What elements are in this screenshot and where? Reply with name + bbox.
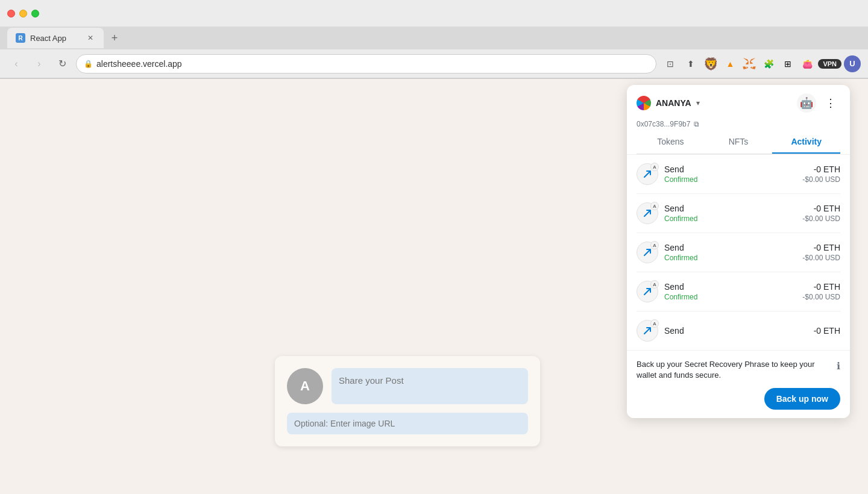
send-icon-1: A [637, 163, 658, 185]
chevron-down-icon: ▾ [696, 99, 700, 107]
mm-backup-banner: Back up your Secret Recovery Phrase to k… [627, 350, 850, 418]
tab-nfts[interactable]: NFTs [705, 131, 773, 154]
send-icon-3: A [637, 242, 658, 263]
mm-more-options-button[interactable]: ⋮ [821, 93, 840, 113]
active-tab[interactable]: R React App ✕ [7, 28, 104, 48]
browser-user-avatar[interactable]: U [844, 55, 861, 72]
activity-eth-5: -0 ETH [814, 326, 840, 336]
image-url-input[interactable] [287, 413, 528, 434]
mm-robot-icon-button[interactable]: 🤖 [797, 93, 816, 113]
send-badge-1: A [650, 163, 659, 171]
send-icon-5: A [637, 320, 658, 342]
mm-header-top: ANANYA ▾ 🤖 ⋮ [637, 93, 840, 113]
title-bar [0, 0, 868, 27]
post-card-top: A [287, 368, 528, 404]
info-icon[interactable]: ℹ [837, 360, 840, 372]
sidebar-toggle-icon[interactable]: ⊞ [779, 55, 796, 72]
maximize-window-button[interactable] [31, 10, 39, 17]
tab-favicon-letter: R [18, 35, 22, 42]
send-badge-2: A [650, 202, 659, 210]
back-button[interactable]: ‹ [7, 55, 25, 73]
activity-usd-1: -$0.00 USD [802, 175, 840, 184]
activity-usd-3: -$0.00 USD [802, 254, 840, 262]
activity-info-1: Send Confirmed [664, 164, 802, 184]
share-button[interactable]: ⬆ [682, 55, 700, 73]
activity-info-2: Send Confirmed [664, 204, 802, 223]
puzzle-ext-icon[interactable]: 🧩 [760, 55, 777, 72]
screen-mirror-button[interactable]: ⊡ [661, 55, 679, 73]
activity-item-5[interactable]: A Send -0 ETH [637, 311, 840, 350]
activity-title-2: Send [664, 204, 802, 213]
vpn-badge[interactable]: VPN [818, 59, 841, 69]
account-identicon [637, 96, 651, 110]
reload-button[interactable]: ↻ [53, 55, 71, 73]
send-icon-2: A [637, 202, 658, 224]
url-text: alertsheeee.vercel.app [96, 59, 182, 69]
activity-amount-1: -0 ETH -$0.00 USD [802, 164, 840, 184]
activity-title-3: Send [664, 243, 802, 252]
activity-item-1[interactable]: A Send Confirmed -0 ETH -$0.00 USD [637, 155, 840, 194]
mm-activity-list: A Send Confirmed -0 ETH -$0.00 USD A [627, 155, 850, 350]
nav-bar: ‹ › ↻ 🔒 alertsheeee.vercel.app ⊡ ⬆ 🦁 ▲ 🧩… [0, 49, 868, 78]
activity-status-1: Confirmed [664, 175, 802, 184]
mm-account-selector[interactable]: ANANYA ▾ [637, 96, 700, 110]
activity-eth-4: -0 ETH [802, 282, 840, 292]
activity-usd-2: -$0.00 USD [802, 214, 840, 223]
send-badge-3: A [650, 241, 659, 249]
activity-status-3: Confirmed [664, 254, 802, 262]
address-bar[interactable]: 🔒 alertsheeee.vercel.app [76, 54, 656, 73]
activity-eth-3: -0 ETH [802, 243, 840, 252]
activity-amount-3: -0 ETH -$0.00 USD [802, 243, 840, 262]
traffic-lights [7, 10, 39, 17]
activity-title-1: Send [664, 164, 802, 174]
activity-status-2: Confirmed [664, 214, 802, 223]
activity-usd-4: -$0.00 USD [802, 293, 840, 301]
activity-info-4: Send Confirmed [664, 282, 802, 301]
activity-item-2[interactable]: A Send Confirmed -0 ETH -$0.00 USD [637, 194, 840, 233]
lock-icon: 🔒 [84, 60, 93, 68]
account-name: ANANYA [656, 98, 691, 108]
activity-title-4: Send [664, 282, 802, 292]
tab-title: React App [30, 34, 66, 43]
activity-status-4: Confirmed [664, 293, 802, 301]
brave-rewards-icon[interactable]: ▲ [722, 55, 738, 72]
send-badge-5: A [650, 319, 659, 328]
copy-address-button[interactable]: ⧉ [694, 120, 699, 128]
mm-header-actions: 🤖 ⋮ [797, 93, 840, 113]
share-post-input[interactable] [332, 368, 528, 404]
user-avatar: A [287, 368, 323, 404]
minimize-window-button[interactable] [19, 10, 27, 17]
activity-amount-2: -0 ETH -$0.00 USD [802, 204, 840, 223]
tab-close-button[interactable]: ✕ [86, 33, 95, 43]
backup-text: Back up your Secret Recovery Phrase to k… [637, 359, 832, 381]
mm-tabs: Tokens NFTs Activity [637, 131, 840, 154]
user-avatar-letter: A [300, 378, 310, 394]
activity-item-4[interactable]: A Send Confirmed -0 ETH -$0.00 USD [637, 272, 840, 311]
brave-icon[interactable]: 🦁 [702, 55, 719, 72]
activity-eth-1: -0 ETH [802, 164, 840, 174]
page-content: A ANANYA ▾ 🤖 ⋮ 0x07c38...9 [0, 79, 868, 494]
activity-amount-4: -0 ETH -$0.00 USD [802, 282, 840, 301]
metamask-panel: ANANYA ▾ 🤖 ⋮ 0x07c38...9F9b7 ⧉ Tokens NF… [627, 85, 850, 418]
tab-activity[interactable]: Activity [772, 131, 840, 154]
new-tab-button[interactable]: + [106, 30, 123, 46]
activity-info-3: Send Confirmed [664, 243, 802, 262]
tabs-bar: R React App ✕ + [0, 27, 868, 49]
tab-favicon: R [16, 33, 25, 43]
mm-header: ANANYA ▾ 🤖 ⋮ 0x07c38...9F9b7 ⧉ Tokens NF… [627, 85, 850, 155]
browser-chrome: R React App ✕ + ‹ › ↻ 🔒 alertsheeee.verc… [0, 0, 868, 79]
activity-title-5: Send [664, 326, 814, 336]
close-window-button[interactable] [7, 10, 15, 17]
forward-button[interactable]: › [30, 55, 48, 73]
activity-item-3[interactable]: A Send Confirmed -0 ETH -$0.00 USD [637, 233, 840, 272]
mm-backup-content: Back up your Secret Recovery Phrase to k… [637, 359, 840, 381]
backup-now-button[interactable]: Back up now [764, 388, 840, 410]
send-icon-4: A [637, 281, 658, 302]
wallet-icon[interactable]: 👛 [799, 55, 816, 72]
tab-tokens[interactable]: Tokens [637, 131, 705, 154]
activity-eth-2: -0 ETH [802, 204, 840, 213]
metamask-ext-icon[interactable] [741, 55, 758, 72]
address-text: 0x07c38...9F9b7 [637, 120, 690, 128]
mm-address: 0x07c38...9F9b7 ⧉ [637, 120, 840, 128]
activity-amount-5: -0 ETH [814, 326, 840, 336]
